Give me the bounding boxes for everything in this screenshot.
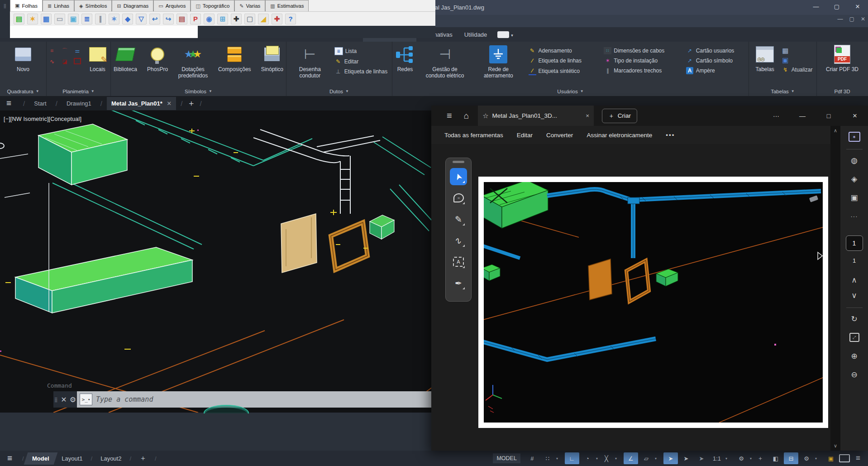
desenha-condutor-button[interactable]: ⊢ Desenha condutor (291, 43, 329, 80)
layout-tab-layout2[interactable]: Layout2 (94, 452, 128, 465)
pdf-document-tab[interactable]: ☆ Metal Jas_Plan01_3D... × (478, 106, 594, 126)
blank-sheet-icon[interactable]: ▭ (54, 14, 65, 24)
command-bar-grip[interactable]: ⣿ ✕ ⚙ (53, 391, 77, 408)
viewport-label[interactable]: [−][NW Isometric][Conceptual] (4, 116, 81, 122)
snap-mode-toggle[interactable]: ∷ (540, 452, 555, 464)
osnap-toggle[interactable]: ➤ (663, 452, 678, 464)
planimetria-tool6-icon[interactable] (74, 58, 81, 64)
planimetria-tool5-icon[interactable]: ◪ (61, 58, 69, 65)
object-snap-tracking-toggle[interactable]: ╳ (599, 452, 614, 464)
command-close-icon[interactable]: ✕ (61, 395, 67, 404)
atualizar-button[interactable]: ↯ Atualizar (782, 66, 813, 73)
isolate-objects-icon[interactable]: ◧ (768, 452, 783, 464)
new-layout-button[interactable]: ＋ (133, 451, 153, 466)
gestao-conduto-button[interactable]: ⊣ Gestão de conduto elétrico (421, 43, 468, 80)
doc-close-button[interactable]: ✕ (861, 16, 865, 22)
new-doc-tab-button[interactable]: ＋ (187, 98, 195, 109)
pdf-export-icon[interactable]: P (190, 14, 201, 24)
adensamento-button[interactable]: ✎ Adensamento (529, 47, 601, 54)
layout-tab-model[interactable]: Model (24, 452, 57, 465)
pdf-content-area[interactable]: ➤ ＝ ✎ ∿ A ✒ (431, 144, 868, 451)
pdf-menu-overflow-icon[interactable]: ••• (666, 132, 675, 139)
polar-tracking-toggle[interactable]: ◔ (580, 452, 595, 464)
pdf-menu-all-tools[interactable]: Todas as ferramentas (444, 132, 503, 139)
layout-menu-icon[interactable]: ≡ (7, 453, 12, 463)
comments-panel-icon[interactable]: ◍ (847, 153, 862, 168)
doc-restore-button[interactable]: ▢ (849, 16, 854, 22)
dynamic-input-toggle[interactable]: ➤ (679, 452, 693, 464)
palette-tab-diagramas[interactable]: ⊟Diagramas (112, 0, 153, 11)
doc-minimize-button[interactable]: — (838, 16, 843, 22)
angle-snap-toggle[interactable]: ∠ (624, 452, 638, 464)
ampere-button[interactable]: A Ampère (686, 67, 749, 74)
panel-label-pdf3d[interactable]: Pdf 3D (817, 86, 868, 96)
pages-panel-icon[interactable]: ▣ (847, 190, 862, 205)
create-button[interactable]: ＋ Criar (602, 109, 637, 123)
grid-view-icon[interactable]: ⊞ (217, 14, 228, 24)
etiqueta-de-linhas-button[interactable]: ∕ Etiqueta de linhas (529, 57, 601, 64)
palette-tab-topografico[interactable]: ◫Topográfico (191, 0, 234, 11)
pdf-close-button[interactable]: × (842, 111, 868, 120)
rotate-page-icon[interactable]: ↻ (847, 311, 862, 327)
previous-page-icon[interactable]: ∧ (847, 272, 862, 288)
redes-button[interactable]: Redes (392, 43, 418, 73)
wizard-icon[interactable]: ✶ (109, 14, 119, 24)
rail-drag-handle[interactable] (453, 161, 464, 163)
doctabs-menu-icon[interactable]: ≡ (6, 98, 11, 108)
etiqueta-sintetico-button[interactable]: ∕ Etiqueta sintético (529, 67, 601, 75)
help-icon[interactable]: ? (285, 14, 296, 24)
graphics-status-icon[interactable]: ▣ (824, 452, 838, 464)
close-button[interactable]: ✕ (847, 0, 868, 13)
dotacoes-button[interactable]: ★★★ Dotações predefinidos (175, 43, 211, 80)
cartao-simbolo-button[interactable]: ↗ Cartão símbolo (686, 57, 749, 64)
criar-pdf-3d-button[interactable]: Criar PDF 3D (823, 43, 861, 73)
gear-icon[interactable]: ⚙ (734, 452, 749, 464)
table-add-icon[interactable]: ▦ (782, 47, 789, 54)
pdf-minimize-button[interactable]: — (789, 112, 816, 120)
panel-label-simbolos[interactable]: Símbolos▼ (111, 86, 286, 96)
dimensoes-cabos-button[interactable]: ∷ Dimensões de cabos (604, 47, 682, 54)
bookmark-icon[interactable]: ◆ (122, 14, 133, 24)
palette-tab-estimativas[interactable]: ▥Estimativas (265, 0, 309, 11)
sinoptico-button[interactable]: Sinóptico (258, 43, 286, 73)
pdf-tab-close-icon[interactable]: × (586, 112, 589, 119)
frame-icon[interactable]: ▢ (244, 14, 255, 24)
workspace-icon[interactable]: ⊟ (784, 452, 798, 464)
marcadores-trechos-button[interactable]: ∥ Marcadores trechos (604, 67, 682, 74)
locais-button[interactable]: Locais (86, 43, 109, 73)
space-indicator[interactable]: MODEL (493, 453, 520, 463)
sign-tool-button[interactable]: ✒ (450, 274, 467, 292)
planimetria-tool4-icon[interactable]: ∿ (48, 58, 56, 65)
save-sheet-icon[interactable]: ▦ (41, 14, 52, 24)
panel-label-usuarios[interactable]: Usuários▼ (392, 86, 749, 96)
zoom-in-icon[interactable]: ⊕ (847, 348, 862, 364)
rede-aterramento-button[interactable]: Rede de aterramento (472, 43, 525, 80)
lista-button[interactable]: ≣ Lista (334, 47, 387, 55)
planimetria-tool2-icon[interactable]: ⌒ (61, 47, 69, 54)
pdf-menu-icon[interactable]: ≡ (447, 110, 452, 121)
preview-icon[interactable]: ◉ (204, 14, 215, 24)
pdf-menu-esign[interactable]: Assinar eletronicamente (587, 132, 652, 139)
scroll-down-icon[interactable]: ∨ (830, 443, 840, 449)
editar-button[interactable]: ✎ Editar (334, 58, 387, 65)
panel-label-dutos[interactable]: Dutos▼ (286, 86, 392, 96)
layout-tab-layout1[interactable]: Layout1 (55, 452, 89, 465)
redo-sheet-icon[interactable]: ↪ (163, 14, 174, 24)
draw-tool-button[interactable]: ∿ (450, 232, 467, 249)
flag-icon[interactable]: ▽ (136, 14, 147, 24)
settings-dark-icon[interactable]: ✚ (231, 14, 242, 24)
cartao-usuarios-button[interactable]: ↗ Cartão usuarios (686, 47, 749, 54)
tools-red-icon[interactable]: ✚ (272, 14, 282, 24)
sheet-list-icon[interactable]: ≣ (81, 14, 92, 24)
palette-tab-simbolos[interactable]: ◈Símbolos (74, 0, 112, 11)
new-sheet-icon[interactable]: ▤ (14, 14, 24, 24)
broom-icon[interactable]: ◢ (258, 14, 269, 24)
current-page-input[interactable]: 1 (846, 235, 863, 251)
command-input[interactable]: >_▾ Type a command (77, 391, 435, 408)
planimetria-tool1-icon[interactable]: ⌗ (48, 47, 56, 54)
maximize-button[interactable]: ▢ (826, 0, 847, 13)
panel-label-quadratura[interactable]: Quadratura▼ (0, 86, 46, 96)
pdf-maximize-button[interactable]: □ (816, 112, 842, 120)
tipo-instalacao-button[interactable]: ✶ Tipo de instalação (604, 57, 682, 64)
palette-tab-varias[interactable]: ✎Varias (234, 0, 265, 11)
